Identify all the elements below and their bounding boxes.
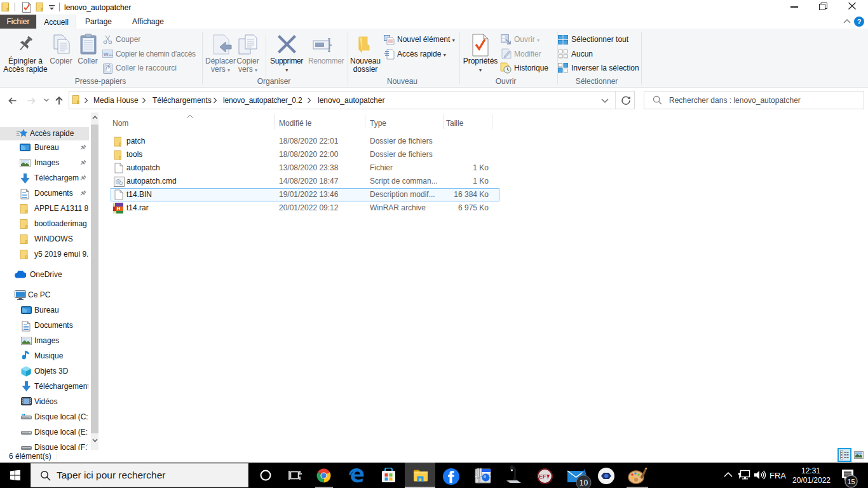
svg-text:W: W xyxy=(104,51,109,57)
svg-text:15: 15 xyxy=(847,478,855,485)
svg-text:?: ? xyxy=(857,18,862,25)
svg-text:10: 10 xyxy=(580,478,588,487)
